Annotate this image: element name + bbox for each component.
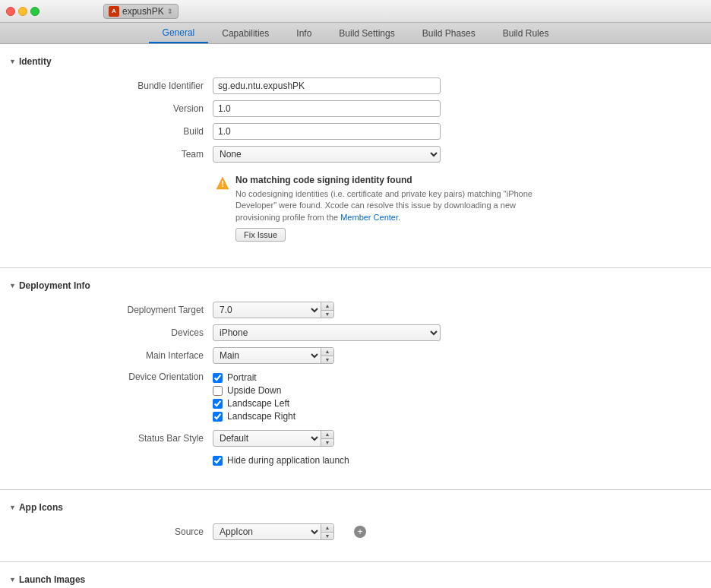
app-icons-add-button[interactable]: + <box>354 526 366 538</box>
bundle-identifier-label: Bundle Identifier <box>15 81 213 91</box>
deployment-target-select[interactable]: 7.0 8.0 9.0 <box>213 302 321 318</box>
tab-info[interactable]: Info <box>283 24 325 43</box>
maximize-button[interactable] <box>30 7 40 16</box>
tab-build-rules[interactable]: Build Rules <box>489 24 563 43</box>
app-icons-stepper: ▲ ▼ <box>321 524 333 539</box>
build-control <box>213 123 441 140</box>
app-icons-source-select-wrapper: AppIcon ▲ ▼ <box>213 523 349 540</box>
warning-content: No matching code signing identity found … <box>235 175 562 242</box>
upside-down-label: Upside Down <box>227 385 281 396</box>
close-button[interactable] <box>6 7 15 16</box>
main-interface-select[interactable]: Main <box>213 348 321 363</box>
deployment-header[interactable]: ▼ Deployment Info <box>0 276 711 296</box>
stepper-down-icon[interactable]: ▼ <box>321 439 333 447</box>
version-input[interactable] <box>213 100 441 117</box>
launch-images-title: Launch Images <box>19 574 85 585</box>
project-icon: A <box>109 6 119 17</box>
devices-row: Devices iPhone iPad Universal <box>0 324 711 341</box>
warning-title: No matching code signing identity found <box>235 175 562 185</box>
status-bar-select-wrapper: Default Light Content ▲ ▼ <box>213 430 334 447</box>
hide-during-launch-row: Hide during application launch <box>0 453 711 468</box>
stepper-down-icon[interactable]: ▼ <box>321 311 333 318</box>
version-label: Version <box>15 103 213 114</box>
version-row: Version <box>0 100 711 117</box>
launch-images-section: ▼ Launch Images Source LaunchImage ▲ ▼ <box>0 562 711 588</box>
status-bar-select[interactable]: Default Light Content <box>213 431 321 446</box>
stepper-up-icon[interactable]: ▲ <box>321 431 333 439</box>
deployment-triangle-icon: ▼ <box>9 282 16 289</box>
tab-general[interactable]: General <box>149 24 209 43</box>
deployment-target-row: Deployment Target 7.0 8.0 9.0 ▲ ▼ <box>0 302 711 318</box>
app-icons-source-label: Source <box>15 526 213 537</box>
identity-section: ▼ Identity Bundle Identifier Version Bui… <box>0 44 711 268</box>
fix-issue-button[interactable]: Fix Issue <box>235 228 286 242</box>
launch-images-header[interactable]: ▼ Launch Images <box>0 570 711 588</box>
main-interface-control: Main ▲ ▼ <box>213 347 441 364</box>
devices-label: Devices <box>15 327 213 338</box>
member-center-link[interactable]: Member Center. <box>340 213 400 222</box>
landscape-left-checkbox[interactable] <box>213 399 223 409</box>
toolbar: A expushPK ⇕ <box>0 0 711 23</box>
identity-triangle-icon: ▼ <box>9 58 16 65</box>
project-selector[interactable]: A expushPK ⇕ <box>103 4 179 19</box>
bundle-identifier-row: Bundle Identifier <box>0 77 711 94</box>
warning-text: No codesigning identities (i.e. certific… <box>235 188 562 223</box>
status-bar-label: Status Bar Style <box>15 433 213 444</box>
app-icons-source-select[interactable]: AppIcon <box>213 524 321 539</box>
app-icons-triangle-icon: ▼ <box>9 504 16 511</box>
team-control: None <box>213 146 441 163</box>
landscape-right-checkbox[interactable] <box>213 412 223 422</box>
deployment-target-control: 7.0 8.0 9.0 ▲ ▼ <box>213 302 441 318</box>
svg-text:!: ! <box>221 179 224 188</box>
stepper-down-icon[interactable]: ▼ <box>321 356 333 364</box>
upside-down-checkbox[interactable] <box>213 386 223 396</box>
stepper-down-icon[interactable]: ▼ <box>321 533 333 540</box>
deployment-target-select-wrapper: 7.0 8.0 9.0 ▲ ▼ <box>213 302 334 318</box>
hide-during-launch-label: Hide during application launch <box>227 455 349 466</box>
bundle-identifier-control <box>213 77 441 94</box>
status-bar-control: Default Light Content ▲ ▼ <box>213 430 441 447</box>
project-name: expushPK <box>122 6 164 17</box>
build-row: Build <box>0 123 711 140</box>
devices-select[interactable]: iPhone iPad Universal <box>213 324 441 341</box>
deployment-section: ▼ Deployment Info Deployment Target 7.0 … <box>0 268 711 490</box>
orientation-landscape-right-row: Landscape Right <box>213 411 295 422</box>
project-stepper-icon: ⇕ <box>167 8 173 15</box>
stepper-up-icon[interactable]: ▲ <box>321 348 333 356</box>
tab-build-settings[interactable]: Build Settings <box>325 24 408 43</box>
orientation-checkboxes: Portrait Upside Down Landscape Left Land… <box>213 370 295 424</box>
device-orientation-label: Device Orientation <box>15 370 213 382</box>
deployment-target-stepper: ▲ ▼ <box>321 302 333 318</box>
warning-icon: ! <box>216 176 229 190</box>
main-interface-select-wrapper: Main ▲ ▼ <box>213 347 334 364</box>
team-select[interactable]: None <box>213 146 441 163</box>
tab-build-phases[interactable]: Build Phases <box>409 24 489 43</box>
app-icons-header[interactable]: ▼ App Icons <box>0 498 711 517</box>
app-icons-title: App Icons <box>19 502 63 513</box>
bundle-identifier-input[interactable] <box>213 77 441 94</box>
hide-during-launch-checkbox[interactable] <box>213 456 223 466</box>
tab-capabilities[interactable]: Capabilities <box>208 24 283 43</box>
app-icons-section: ▼ App Icons Source AppIcon ▲ ▼ <box>0 490 711 562</box>
build-input[interactable] <box>213 123 441 140</box>
hide-during-launch-checkbox-row: Hide during application launch <box>213 455 349 466</box>
team-row: Team None <box>0 146 711 163</box>
main-interface-row: Main Interface Main ▲ ▼ <box>0 347 711 364</box>
deployment-target-label: Deployment Target <box>15 305 213 315</box>
deployment-title: Deployment Info <box>19 280 90 291</box>
minimize-button[interactable] <box>18 7 27 16</box>
status-bar-stepper: ▲ ▼ <box>321 431 333 446</box>
identity-header[interactable]: ▼ Identity <box>0 52 711 71</box>
portrait-label: Portrait <box>227 372 257 383</box>
stepper-up-icon[interactable]: ▲ <box>321 302 333 311</box>
build-label: Build <box>15 126 213 137</box>
devices-control: iPhone iPad Universal <box>213 324 441 341</box>
orientation-upside-down-row: Upside Down <box>213 385 295 396</box>
stepper-up-icon[interactable]: ▲ <box>321 524 333 533</box>
landscape-right-label: Landscape Right <box>227 411 295 422</box>
hide-during-launch-container: Hide during application launch <box>213 453 349 468</box>
app-icons-select-wrapper2: AppIcon ▲ ▼ <box>213 523 334 540</box>
toolbar-left <box>6 7 97 16</box>
main-interface-label: Main Interface <box>15 350 213 361</box>
portrait-checkbox[interactable] <box>213 373 223 383</box>
